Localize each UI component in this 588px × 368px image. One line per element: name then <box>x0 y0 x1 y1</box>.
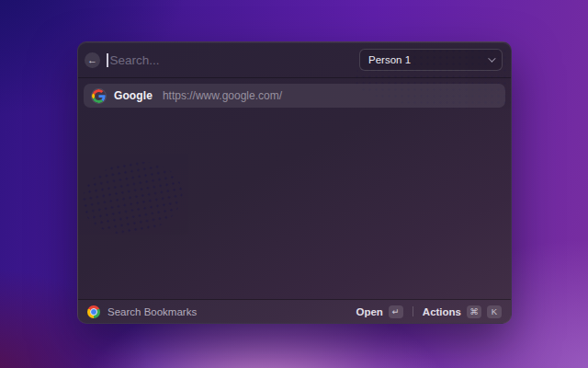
launcher-window: ← Person 1 Google https://www.google.com… <box>77 41 512 324</box>
actions-menu-button[interactable]: Actions ⌘ K <box>423 305 502 318</box>
arrow-left-icon: ← <box>87 55 97 65</box>
chevron-down-icon <box>488 54 495 62</box>
back-button[interactable]: ← <box>85 52 100 68</box>
chrome-logo-icon <box>87 305 100 318</box>
search-input[interactable] <box>108 53 360 67</box>
search-header: ← Person 1 <box>78 42 511 78</box>
profile-dropdown[interactable]: Person 1 <box>359 49 503 71</box>
results-list: Google https://www.google.com/ <box>78 78 511 299</box>
command-label: Search Bookmarks <box>107 306 197 317</box>
open-action[interactable]: Open ↵ <box>356 305 402 318</box>
footer-divider <box>413 306 413 316</box>
actions-label: Actions <box>423 306 461 317</box>
footer-bar: Search Bookmarks Open ↵ Actions ⌘ K <box>78 299 511 323</box>
result-title: Google <box>114 89 153 102</box>
k-key-badge: K <box>487 305 502 318</box>
result-url: https://www.google.com/ <box>163 89 282 102</box>
command-key-icon: ⌘ <box>467 305 481 318</box>
google-favicon-icon <box>92 89 106 103</box>
result-row-google[interactable]: Google https://www.google.com/ <box>84 84 505 108</box>
profile-dropdown-value: Person 1 <box>368 54 411 65</box>
enter-key-icon: ↵ <box>389 305 403 318</box>
open-action-label: Open <box>356 306 382 317</box>
